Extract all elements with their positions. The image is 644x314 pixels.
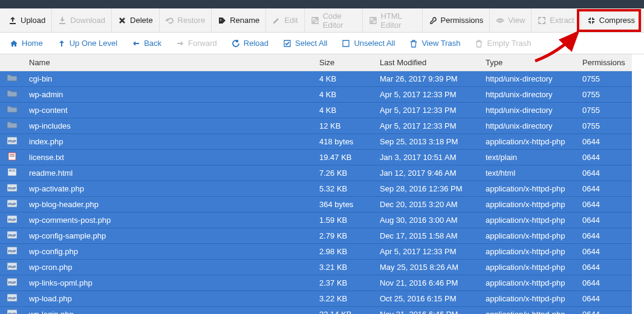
file-name-cell: wp-links-opml.php [24,275,314,291]
svg-rect-8 [12,170,15,170]
file-modified-cell: Aug 30, 2016 3:00 AM [375,213,481,228]
file-scroll-area[interactable]: Name Size Last Modified Type Permissions… [0,54,644,314]
window-titlebar [0,0,644,8]
file-type-cell: text/plain [481,150,577,165]
col-perm-header[interactable]: Permissions [577,54,632,71]
file-modified-cell: Dec 20, 2015 3:20 AM [375,197,481,213]
file-perm-cell: 0644 [577,181,632,197]
table-row[interactable]: readme.html7.26 KBJan 12, 2017 9:46 AMte… [0,165,632,181]
table-row[interactable]: wp-admin4 KBApr 5, 2017 12:33 PMhttpd/un… [0,87,632,103]
file-perm-cell: 0644 [577,197,632,213]
col-modified-header[interactable]: Last Modified [375,54,481,71]
delete-button[interactable]: Delete [112,8,160,33]
file-perm-cell: 0644 [577,134,632,150]
file-type-cell: application/x-httpd-php [481,134,577,150]
svg-text:PHP: PHP [8,296,16,300]
col-type-header[interactable]: Type [481,54,577,71]
file-size-cell: 3.21 KB [314,260,375,275]
file-perm-cell: 0644 [577,165,632,181]
file-icon-cell: PHP [0,275,24,291]
file-icon-cell: PHP [0,260,24,275]
svg-rect-3 [10,154,15,155]
selectall-label: Select All [295,39,327,48]
uponelevel-button[interactable]: Up One Level [51,33,124,54]
table-row[interactable]: license.txt19.47 KBJan 3, 2017 10:51 AMt… [0,150,632,165]
upload-label: Upload [21,16,45,25]
file-modified-cell: Apr 5, 2017 12:33 PM [375,103,481,118]
table-row[interactable]: PHPindex.php418 bytesSep 25, 2013 3:18 P… [0,134,632,150]
table-row[interactable]: PHPwp-activate.php5.32 KBSep 28, 2016 12… [0,181,632,197]
upload-button[interactable]: Upload [2,8,52,33]
file-type-cell: httpd/unix-directory [481,71,577,87]
file-table: Name Size Last Modified Type Permissions… [0,54,632,314]
expand-icon [538,16,546,25]
table-row[interactable]: PHPwp-login.php33.14 KBNov 21, 2016 6:46… [0,307,632,315]
file-table-container: Name Size Last Modified Type Permissions… [0,54,644,314]
selectall-button[interactable]: Select All [277,33,333,54]
table-row[interactable]: PHPwp-blog-header.php364 bytesDec 20, 20… [0,197,632,213]
file-modified-cell: Apr 5, 2017 12:33 PM [375,118,481,134]
reload-button[interactable]: Reload [226,33,275,54]
main-toolbar: UploadDownloadDeleteRestoreRenameEditCod… [0,8,644,33]
rename-label: Rename [230,16,259,25]
col-icon-header[interactable] [0,54,24,71]
table-row[interactable]: wp-includes12 KBApr 5, 2017 12:33 PMhttp… [0,118,632,134]
viewtrash-label: View Trash [421,39,460,48]
table-row[interactable]: PHPwp-config.php2.98 KBApr 5, 2017 12:33… [0,244,632,260]
file-type-cell: httpd/unix-directory [481,118,577,134]
file-type-cell: application/x-httpd-php [481,213,577,228]
file-icon-cell [0,87,24,103]
permissions-button[interactable]: Permissions [423,8,490,33]
file-name-cell: wp-blog-header.php [24,197,314,213]
file-size-cell: 1.59 KB [314,213,375,228]
file-size-cell: 364 bytes [314,197,375,213]
file-icon-cell: PHP [0,244,24,260]
file-size-cell: 19.47 KB [314,150,375,165]
table-row[interactable]: PHPwp-load.php3.22 KBOct 25, 2016 6:15 P… [0,291,632,307]
forward-label: Forward [188,39,217,48]
col-name-header[interactable]: Name [24,54,314,71]
back-button[interactable]: Back [126,33,168,54]
file-modified-cell: Sep 25, 2013 3:18 PM [375,134,481,150]
file-perm-cell: 0644 [577,244,632,260]
file-perm-cell: 0755 [577,118,632,134]
file-name-cell: wp-cron.php [24,260,314,275]
rename-button[interactable]: Rename [212,8,266,33]
col-size-header[interactable]: Size [314,54,375,71]
restore-button: Restore [160,8,212,33]
file-name-cell: wp-config.php [24,244,314,260]
file-size-cell: 2.98 KB [314,244,375,260]
file-icon-cell [0,150,24,165]
file-size-cell: 7.26 KB [314,165,375,181]
svg-text:PHP: PHP [8,139,16,143]
reload-label: Reload [244,39,268,48]
square-icon [342,39,350,48]
table-row[interactable]: PHPwp-comments-post.php1.59 KBAug 30, 20… [0,213,632,228]
file-size-cell: 33.14 KB [314,307,375,315]
table-row[interactable]: cgi-bin4 KBMar 26, 2017 9:39 PMhttpd/uni… [0,71,632,87]
file-perm-cell: 0644 [577,150,632,165]
file-type-cell: application/x-httpd-php [481,291,577,307]
view-button: View [490,8,532,33]
svg-text:PHP: PHP [8,281,16,284]
compress-button[interactable]: Compress [581,8,642,33]
viewtrash-button[interactable]: View Trash [403,33,466,54]
uponelevel-label: Up One Level [70,39,118,48]
file-perm-cell: 0644 [577,213,632,228]
file-name-cell: readme.html [24,165,314,181]
table-row[interactable]: wp-content4 KBApr 5, 2017 12:33 PMhttpd/… [0,103,632,118]
file-type-cell: application/x-httpd-php [481,244,577,260]
upload-icon [8,16,17,25]
table-row[interactable]: PHPwp-config-sample.php2.79 KBDec 17, 20… [0,228,632,244]
unselectall-button[interactable]: Unselect All [336,33,401,54]
view-label: View [508,16,525,25]
home-icon [10,39,18,48]
home-button[interactable]: Home [4,33,49,54]
download-icon [58,16,67,25]
table-row[interactable]: PHPwp-cron.php3.21 KBMay 25, 2015 8:26 A… [0,260,632,275]
table-row[interactable]: PHPwp-links-opml.php2.37 KBNov 21, 2016 … [0,275,632,291]
file-name-cell: wp-includes [24,118,314,134]
file-perm-cell: 0755 [577,87,632,103]
delete-label: Delete [130,16,153,25]
file-size-cell: 12 KB [314,118,375,134]
